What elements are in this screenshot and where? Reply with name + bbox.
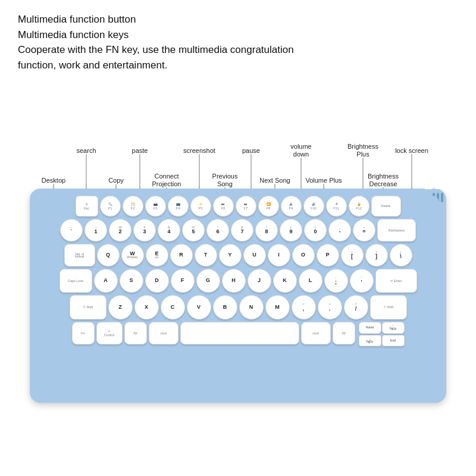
label-lock-screen: lock screen: [395, 147, 428, 154]
key-f8[interactable]: ⏩F8: [258, 196, 279, 217]
key-s[interactable]: S: [120, 269, 143, 293]
key-bracket-r[interactable]: }]: [365, 244, 388, 267]
key-f6[interactable]: ⏮F6: [213, 196, 234, 217]
text-line-2: Multimedia function keys: [18, 27, 458, 43]
key-g[interactable]: G: [196, 269, 220, 293]
key-k[interactable]: K: [273, 269, 297, 293]
key-9[interactable]: (9: [280, 219, 302, 242]
key-d[interactable]: D: [145, 269, 169, 293]
label-search: search: [76, 147, 96, 154]
key-f11[interactable]: ☀F11: [326, 196, 347, 217]
key-backslash[interactable]: |\: [390, 244, 412, 267]
key-equal[interactable]: +=: [353, 219, 375, 242]
key-f7[interactable]: ⏭F7: [236, 196, 256, 217]
key-right-shift[interactable]: ⇧ Shift: [370, 295, 407, 320]
key-f3[interactable]: 📷F3: [145, 196, 166, 217]
key-control[interactable]: □Control: [96, 322, 123, 345]
key-p[interactable]: P: [317, 244, 339, 267]
key-f10[interactable]: 🔊F10: [303, 196, 324, 217]
key-slash[interactable]: ?/: [344, 295, 368, 320]
key-e[interactable]: Eios: [146, 244, 168, 267]
key-tab[interactable]: Tab ⇥Android: [64, 244, 95, 267]
arrow-cluster: Home ↑PgUp ↓PgDn End: [359, 322, 405, 346]
keyboard: ⎋Esc 🔍F1 📋F2 📷F3 📺F4 ⚡F5 ⏮F6 ⏭F7 ⏩F8 🔉F9…: [30, 189, 446, 403]
key-8[interactable]: *8: [255, 219, 278, 242]
key-semicolon[interactable]: :;: [324, 269, 348, 293]
key-i[interactable]: I: [268, 244, 290, 267]
key-home[interactable]: Home: [359, 322, 381, 334]
key-v[interactable]: V: [187, 295, 211, 320]
key-a[interactable]: A: [94, 269, 118, 293]
key-left-shift[interactable]: ⇧ Shift: [70, 295, 107, 320]
key-4[interactable]: $4: [158, 219, 180, 242]
key-x[interactable]: X: [134, 295, 159, 320]
key-esc[interactable]: ⎋Esc: [76, 196, 98, 217]
key-q[interactable]: Q: [97, 244, 120, 267]
key-3[interactable]: #3: [133, 219, 156, 242]
key-quote[interactable]: "': [350, 269, 374, 293]
label-paste: paste: [132, 147, 148, 154]
key-7[interactable]: &7: [231, 219, 253, 242]
key-l[interactable]: L: [299, 269, 322, 293]
key-f[interactable]: F: [171, 269, 195, 293]
page-container: Multimedia function button Multimedia fu…: [0, 0, 476, 476]
text-line-1: Multimedia function button: [18, 12, 458, 27]
key-2[interactable]: @2: [109, 219, 131, 242]
key-u[interactable]: U: [243, 244, 266, 267]
key-h[interactable]: H: [222, 269, 246, 293]
key-minus[interactable]: _-: [328, 219, 351, 242]
label-volume-down-1: volume: [290, 143, 311, 150]
label-brightness-plus-2: Plus: [356, 151, 369, 158]
indicator-dot-2: [435, 186, 443, 189]
key-6[interactable]: ^6: [206, 219, 229, 242]
key-period[interactable]: >.: [318, 295, 342, 320]
key-backspace[interactable]: Backspace: [377, 219, 416, 242]
key-0[interactable]: )0: [304, 219, 327, 242]
key-page-up[interactable]: ↑PgUp: [382, 322, 405, 334]
key-tilde[interactable]: ~`: [60, 219, 83, 242]
label-next-song: Next Song: [259, 177, 290, 184]
key-n[interactable]: N: [239, 295, 264, 320]
key-space[interactable]: [180, 322, 299, 345]
key-bracket-l[interactable]: {[: [341, 244, 364, 267]
key-o[interactable]: O: [292, 244, 315, 267]
num-row: ~` !1 @2 #3 $4 %5 ^6 &7 *8 (9 )0 _- += B…: [37, 219, 439, 242]
key-right-alt[interactable]: Alt: [333, 322, 355, 345]
fn-row: ⎋Esc 🔍F1 📋F2 📷F3 📺F4 ⚡F5 ⏮F6 ⏭F7 ⏩F8 🔉F9…: [37, 196, 439, 217]
key-z[interactable]: Z: [108, 295, 133, 320]
key-fn[interactable]: Fn: [72, 322, 95, 345]
key-f12[interactable]: 🔒F12: [349, 196, 369, 217]
label-connect-2: Projection: [152, 180, 181, 187]
arrow-bottom-row: ↓PgDn End: [359, 335, 405, 346]
key-t[interactable]: T: [195, 244, 217, 267]
asdf-row: Caps Lock A S D F G H J K L :; "' ↵ Ente…: [37, 269, 439, 293]
key-c[interactable]: C: [161, 295, 185, 320]
label-brightness-plus-1: Brightness: [347, 143, 378, 150]
key-page-down[interactable]: ↓PgDn: [359, 335, 381, 346]
key-1[interactable]: !1: [84, 219, 107, 242]
diagram-wrapper: search paste screenshot pause volume dow…: [18, 79, 458, 412]
key-f9[interactable]: 🔉F9: [281, 196, 302, 217]
key-f5[interactable]: ⚡F5: [190, 196, 211, 217]
key-b[interactable]: B: [213, 295, 237, 320]
key-j[interactable]: J: [248, 269, 271, 293]
key-end[interactable]: End: [382, 335, 405, 346]
key-w[interactable]: WWindows: [121, 244, 144, 267]
key-delete[interactable]: Delete: [371, 196, 401, 217]
label-desktop: Desktop: [42, 177, 65, 184]
key-right-cmd[interactable]: cmd: [301, 322, 331, 345]
arrow-top-row: Home ↑PgUp: [359, 322, 405, 334]
key-y[interactable]: Y: [219, 244, 242, 267]
label-brightness-dec-2: Decrease: [369, 180, 397, 187]
key-f1[interactable]: 🔍F1: [100, 196, 121, 217]
key-r[interactable]: R: [170, 244, 193, 267]
key-5[interactable]: %5: [182, 219, 205, 242]
key-m[interactable]: M: [265, 295, 290, 320]
key-f2[interactable]: 📋F2: [123, 196, 143, 217]
key-left-alt[interactable]: Alt: [124, 322, 147, 345]
key-comma[interactable]: <,: [292, 295, 316, 320]
key-caps-lock[interactable]: Caps Lock: [60, 269, 92, 293]
key-left-cmd[interactable]: cmd: [149, 322, 178, 345]
key-f4[interactable]: 📺F4: [168, 196, 189, 217]
key-enter[interactable]: ↵ Enter: [375, 269, 417, 293]
